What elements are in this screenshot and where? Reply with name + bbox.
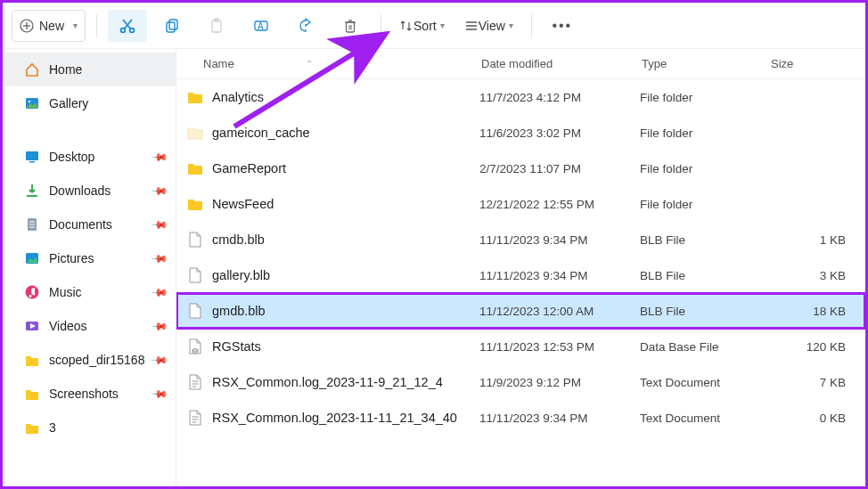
chevron-down-icon: ▾	[440, 20, 445, 30]
sidebar-item-gallery[interactable]: Gallery	[3, 86, 176, 120]
file-icon	[185, 194, 205, 214]
file-name: RSX_Common.log_2023-11-9_21_12_4	[212, 375, 479, 389]
file-row[interactable]: Analytics11/7/2023 4:12 PMFile folder	[176, 79, 865, 115]
file-row[interactable]: gallery.blb11/11/2023 9:34 PMBLB File3 K…	[176, 257, 865, 293]
file-date: 11/11/2023 9:34 PM	[479, 233, 640, 247]
file-icon	[185, 337, 205, 356]
file-name: gmdb.blb	[212, 304, 479, 318]
sidebar-item-pictures[interactable]: Pictures📌	[3, 241, 176, 275]
share-button[interactable]	[286, 10, 325, 42]
file-date: 11/12/2023 12:00 AM	[479, 305, 640, 318]
file-icon	[185, 265, 205, 285]
file-type: BLB File	[640, 305, 769, 318]
more-button[interactable]: •••	[543, 10, 582, 42]
file-icon	[185, 123, 205, 143]
file-name: gameicon_cache	[212, 126, 479, 140]
documents-icon	[24, 216, 40, 232]
svg-line-6	[123, 20, 130, 29]
svg-rect-8	[169, 20, 177, 29]
file-row[interactable]: gmdb.blb11/12/2023 12:00 AMBLB File18 KB	[176, 293, 865, 329]
file-date: 11/9/2023 9:12 PM	[479, 376, 640, 389]
paste-button[interactable]	[197, 10, 236, 42]
sidebar-item-scoped-dir15168[interactable]: scoped_dir15168📌	[3, 343, 176, 377]
file-type: Data Base File	[640, 340, 769, 354]
sidebar-item-label: Pictures	[49, 251, 94, 265]
plus-circle-icon	[20, 19, 34, 33]
file-row[interactable]: gameicon_cache11/6/2023 3:02 PMFile fold…	[176, 115, 865, 151]
file-row[interactable]: GameReport2/7/2023 11:07 PMFile folder	[176, 151, 865, 186]
svg-rect-23	[26, 151, 38, 160]
sort-icon	[399, 19, 414, 33]
file-icon	[185, 87, 205, 107]
file-size: 3 KB	[769, 269, 853, 282]
column-name: Name	[203, 57, 234, 70]
sidebar-item-label: Documents	[49, 217, 112, 232]
file-size: 18 KB	[769, 305, 853, 318]
file-date: 11/11/2023 12:53 PM	[479, 340, 640, 354]
sidebar-item-3[interactable]: 3	[3, 411, 176, 444]
sidebar-item-videos[interactable]: Videos📌	[3, 309, 176, 343]
svg-point-22	[29, 101, 30, 102]
svg-point-3	[121, 28, 126, 32]
file-type: BLB File	[640, 233, 769, 247]
column-header[interactable]: Name ⌃ Date modified Type Size	[176, 49, 865, 79]
sidebar-item-music[interactable]: Music📌	[3, 275, 176, 309]
column-date: Date modified	[481, 57, 642, 70]
sidebar-item-home[interactable]: Home	[3, 53, 176, 86]
file-name: NewsFeed	[212, 197, 479, 211]
file-name: RSX_Common.log_2023-11-11_21_34_40	[212, 411, 479, 425]
videos-icon	[24, 318, 40, 334]
scissors-icon	[119, 17, 136, 35]
folder-icon	[24, 420, 40, 436]
home-icon	[24, 61, 40, 77]
file-row[interactable]: RGStats11/11/2023 12:53 PMData Base File…	[176, 329, 865, 364]
sidebar-item-label: Home	[49, 62, 82, 77]
file-row[interactable]: cmdb.blb11/11/2023 9:34 PMBLB File1 KB	[176, 222, 865, 257]
svg-rect-13	[347, 22, 355, 32]
pin-icon: 📌	[151, 249, 169, 268]
gallery-icon	[24, 95, 40, 111]
sidebar-item-documents[interactable]: Documents📌	[3, 208, 176, 241]
sidebar-item-label: Videos	[49, 319, 87, 333]
file-row[interactable]: NewsFeed12/21/2022 12:55 PMFile folder	[176, 186, 865, 222]
svg-rect-7	[167, 22, 175, 32]
sidebar-item-label: 3	[49, 420, 56, 435]
view-label: View	[479, 19, 505, 33]
file-type: File folder	[640, 91, 769, 104]
sidebar-item-downloads[interactable]: Downloads📌	[3, 174, 176, 208]
sidebar-item-desktop[interactable]: Desktop📌	[3, 140, 176, 174]
file-icon	[185, 159, 205, 178]
file-date: 11/7/2023 4:12 PM	[479, 91, 640, 104]
file-name: cmdb.blb	[212, 232, 479, 247]
file-size: 0 KB	[769, 412, 853, 425]
sort-label: Sort	[414, 19, 437, 33]
sidebar-item-label: Gallery	[49, 96, 88, 110]
file-list: Name ⌃ Date modified Type Size Analytics…	[176, 49, 865, 486]
pin-icon: 📌	[151, 283, 169, 302]
file-row[interactable]: RSX_Common.log_2023-11-11_21_34_4011/11/…	[176, 400, 865, 436]
sort-indicator-icon: ⌃	[306, 59, 313, 69]
separator	[96, 14, 97, 37]
music-icon	[24, 284, 40, 300]
file-date: 2/7/2023 11:07 PM	[479, 162, 640, 175]
cut-button[interactable]	[108, 10, 147, 42]
copy-button[interactable]	[152, 10, 192, 42]
file-row[interactable]: RSX_Common.log_2023-11-9_21_12_411/9/202…	[176, 364, 865, 400]
separator	[531, 14, 532, 37]
pin-icon: 📌	[151, 182, 169, 200]
new-button[interactable]: New ▾	[12, 10, 86, 42]
sidebar-item-label: Music	[49, 285, 82, 299]
file-name: Analytics	[212, 90, 479, 104]
trash-icon	[342, 18, 358, 34]
file-name: gallery.blb	[212, 268, 479, 282]
sidebar-item-screenshots[interactable]: Screenshots📌	[3, 377, 176, 411]
sort-button[interactable]: Sort ▾	[392, 10, 452, 42]
toolbar: New ▾ A Sort ▾ View ▾ •••	[3, 3, 865, 49]
delete-button[interactable]	[331, 10, 370, 42]
chevron-down-icon: ▾	[73, 20, 78, 30]
pin-icon: 📌	[151, 385, 169, 403]
file-name: RGStats	[212, 339, 479, 354]
rename-button[interactable]: A	[242, 10, 281, 42]
view-button[interactable]: View ▾	[457, 10, 520, 42]
column-type: Type	[642, 57, 771, 70]
